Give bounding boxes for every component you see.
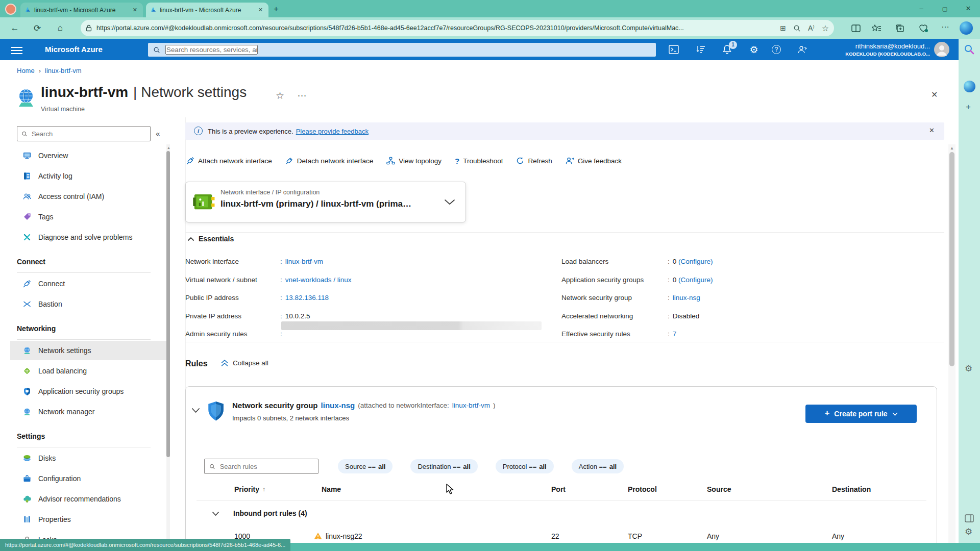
read-aloud-icon[interactable]: A⁾	[808, 24, 815, 32]
view-topology-button[interactable]: View topology	[386, 157, 442, 165]
vnet-subnet-link[interactable]: vnet-workloads / linux	[285, 276, 352, 284]
column-header-priority[interactable]: Priority↑	[234, 485, 265, 493]
account-avatar[interactable]	[934, 42, 949, 57]
column-header-source[interactable]: Source	[707, 485, 731, 493]
column-header-protocol[interactable]: Protocol	[628, 485, 657, 493]
effective-rules-link[interactable]: 7	[673, 330, 677, 338]
help-icon[interactable]: ?	[772, 45, 781, 54]
rules-search-box[interactable]	[204, 459, 318, 474]
troubleshoot-button[interactable]: ? Troubleshoot	[455, 157, 503, 165]
browser-essentials-icon[interactable]	[919, 24, 928, 33]
new-tab-button[interactable]: +	[274, 4, 279, 14]
window-close-button[interactable]: ✕	[961, 2, 976, 15]
breadcrumb-current-link[interactable]: linux-brtf-vm	[45, 67, 82, 74]
page-scrollbar-thumb[interactable]	[949, 152, 954, 366]
tab-close-icon[interactable]: ✕	[257, 7, 264, 13]
sidebar-item-advisor[interactable]: Advisor recommendations	[10, 489, 169, 509]
filter-pill-destination[interactable]: Destination ==all	[410, 459, 477, 473]
sidebar-search-input[interactable]	[32, 130, 146, 138]
give-feedback-button[interactable]: Give feedback	[566, 157, 622, 165]
sidebar-settings-gear-icon[interactable]: ⚙	[965, 527, 972, 537]
page-scrollbar-up-icon[interactable]: ▲	[950, 146, 954, 151]
sidebar-collapse-icon[interactable]: «	[156, 129, 160, 138]
title-more-icon[interactable]: …	[297, 88, 307, 99]
column-header-name[interactable]: Name	[322, 485, 341, 493]
split-window-hint-icon[interactable]: ⊞	[780, 24, 786, 32]
directory-filter-icon[interactable]	[696, 45, 706, 54]
filter-pill-protocol[interactable]: Protocol ==all	[496, 459, 554, 473]
favorites-icon[interactable]	[872, 24, 881, 33]
sidebar-item-disks[interactable]: Disks	[10, 448, 169, 468]
blade-close-icon[interactable]: ✕	[931, 90, 938, 99]
sidebar-item-tags[interactable]: Tags	[10, 207, 169, 227]
configure-link[interactable]: (Configure)	[678, 276, 713, 284]
sidebar-item-diagnose[interactable]: Diagnose and solve problems	[10, 228, 169, 247]
configure-link[interactable]: (Configure)	[678, 258, 713, 265]
sidebar-item-configuration[interactable]: Configuration	[10, 469, 169, 488]
filter-pill-source[interactable]: Source ==all	[338, 459, 393, 473]
collections-icon[interactable]	[895, 24, 904, 33]
banner-close-icon[interactable]: ✕	[929, 127, 935, 134]
sidebar-panel-icon[interactable]	[965, 514, 974, 522]
banner-feedback-link[interactable]: Please provide feedback	[296, 128, 369, 135]
breadcrumb-home-link[interactable]: Home	[17, 67, 35, 74]
sidebar-search-icon[interactable]	[964, 44, 975, 55]
settings-gear-icon[interactable]: ⚙	[745, 42, 763, 57]
sidebar-scrollbar-thumb[interactable]	[166, 151, 170, 457]
public-ip-link[interactable]: 13.82.136.118	[285, 294, 329, 302]
browser-profile-avatar[interactable]	[5, 4, 16, 15]
azure-brand[interactable]: Microsoft Azure	[45, 39, 103, 60]
nsg-expand-chevron-icon[interactable]	[192, 408, 200, 413]
group-expand-chevron-icon[interactable]	[212, 512, 219, 516]
sidebar-item-connect[interactable]: Connect	[10, 274, 169, 293]
sidebar-item-overview[interactable]: Overview	[10, 146, 169, 165]
favorite-star-icon[interactable]: ☆	[822, 23, 829, 33]
azure-search-box[interactable]	[148, 43, 656, 57]
sidebar-item-activity-log[interactable]: Activity log	[10, 166, 169, 186]
essentials-header[interactable]: Essentials	[188, 235, 234, 243]
filter-pill-action[interactable]: Action ==all	[572, 459, 624, 473]
sidebar-item-network-manager[interactable]: Network manager	[10, 402, 169, 421]
collapse-all-button[interactable]: Collapse all	[220, 359, 268, 367]
sidebar-item-load-balancing[interactable]: Load balancing	[10, 361, 169, 381]
sidebar-item-bastion[interactable]: Bastion	[10, 294, 169, 314]
tab-close-icon[interactable]: ✕	[131, 7, 139, 13]
nic-link[interactable]: linux-brtf-vm	[285, 258, 323, 265]
sidebar-item-network-settings-active[interactable]: Network settings	[10, 341, 169, 360]
split-screen-icon[interactable]	[851, 24, 861, 32]
nic-chevron-down-icon[interactable]	[444, 199, 455, 205]
feedback-icon[interactable]	[797, 45, 807, 54]
column-header-port[interactable]: Port	[551, 485, 566, 493]
browser-more-icon[interactable]: …	[941, 20, 949, 30]
zoom-icon[interactable]	[793, 24, 801, 32]
sidebar-gear-icon[interactable]: ⚙	[965, 363, 972, 374]
refresh-icon[interactable]: ⟳	[31, 21, 44, 35]
nsg-name-link[interactable]: linux-nsg	[321, 401, 355, 410]
refresh-button[interactable]: Refresh	[516, 157, 552, 165]
sidebar-copilot-icon[interactable]	[964, 81, 975, 92]
window-minimize-button[interactable]: –	[914, 2, 929, 15]
browser-tab-2-active[interactable]: linux-brtf-vm - Microsoft Azure ✕	[146, 3, 268, 17]
create-port-rule-button[interactable]: + Create port rule	[805, 405, 917, 423]
address-bar[interactable]: https://portal.azure.com/#@kodekloudlab.…	[81, 20, 834, 36]
nsg-link[interactable]: linux-nsg	[673, 294, 700, 302]
home-icon[interactable]: ⌂	[54, 21, 67, 35]
rules-search-input[interactable]	[220, 463, 313, 470]
attach-nic-button[interactable]: Attach network interface	[186, 157, 272, 165]
sidebar-item-access-control[interactable]: Access control (IAM)	[10, 187, 169, 206]
sidebar-search-box[interactable]	[17, 126, 151, 141]
nsg-attached-nic-link[interactable]: linux-brtf-vm	[452, 402, 490, 409]
detach-nic-button[interactable]: Detach network interface	[285, 157, 373, 165]
sidebar-add-icon[interactable]: +	[966, 102, 971, 112]
column-header-destination[interactable]: Destination	[832, 485, 871, 493]
sidebar-item-app-security-groups[interactable]: Application security groups	[10, 382, 169, 401]
account-info[interactable]: rithinskaria@kodekloud... KODEKLOUD (KOD…	[822, 42, 930, 57]
browser-tab-1[interactable]: linux-brtf-vm - Microsoft Azure ✕	[20, 3, 143, 17]
inbound-rules-group-label[interactable]: Inbound port rules (4)	[233, 509, 307, 517]
back-icon[interactable]: ←	[8, 21, 21, 35]
sidebar-scrollbar-up-icon[interactable]: ▲	[167, 146, 170, 149]
pin-favorite-star-icon[interactable]: ☆	[276, 90, 284, 102]
rule-name-link[interactable]: linux-nsg22	[326, 532, 362, 540]
copilot-icon[interactable]	[960, 21, 973, 35]
cloud-shell-icon[interactable]	[669, 45, 679, 54]
